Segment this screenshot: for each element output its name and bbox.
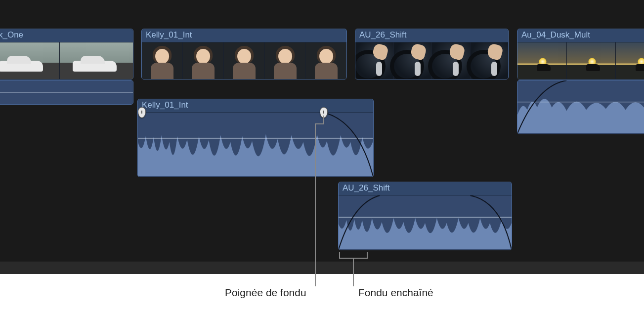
- timeline[interactable]: usk_One Kelly_01_Int AU_26_Shift Au_04_D…: [0, 0, 644, 274]
- audio-clip-shift[interactable]: AU_26_Shift: [338, 182, 512, 250]
- waveform-icon: [339, 195, 512, 249]
- label-region: Poignée de fondu Fondu enchaîné: [0, 274, 644, 311]
- crossfade-bracket: [339, 252, 368, 259]
- callout-line: [353, 259, 354, 286]
- audio-track[interactable]: [138, 113, 373, 177]
- callout-line: [315, 123, 324, 124]
- callout-crossfade: Fondu enchaîné: [358, 287, 433, 299]
- timeline-footer: [0, 262, 644, 274]
- audio-stub-4[interactable]: [517, 80, 644, 134]
- filmstrip: [142, 42, 346, 79]
- video-clip-1[interactable]: usk_One: [0, 29, 133, 79]
- clip-label: Kelly_01_Int: [142, 29, 346, 42]
- video-clip-3[interactable]: AU_26_Shift: [355, 29, 509, 79]
- callout-fade-handle: Poignée de fondu: [225, 287, 306, 299]
- clip-label: AU_26_Shift: [339, 182, 512, 195]
- filmstrip: [0, 42, 133, 79]
- waveform-icon: [138, 113, 373, 176]
- clip-label: Kelly_01_Int: [138, 99, 373, 113]
- filmstrip: [355, 42, 508, 79]
- clip-label: usk_One: [0, 29, 133, 42]
- waveform-icon: [0, 80, 133, 104]
- audio-stub-1[interactable]: [0, 80, 133, 105]
- clip-label: AU_26_Shift: [355, 29, 508, 42]
- audio-track[interactable]: [339, 195, 512, 250]
- filmstrip: [517, 42, 644, 79]
- audio-clip-kelly[interactable]: Kelly_01_Int: [137, 99, 374, 177]
- waveform-icon: [517, 80, 644, 133]
- video-clip-2[interactable]: Kelly_01_Int: [141, 29, 347, 79]
- callout-line: [315, 123, 316, 286]
- clip-label: Au_04_Dusk_Mult: [517, 29, 644, 42]
- video-clip-4[interactable]: Au_04_Dusk_Mult: [517, 29, 644, 79]
